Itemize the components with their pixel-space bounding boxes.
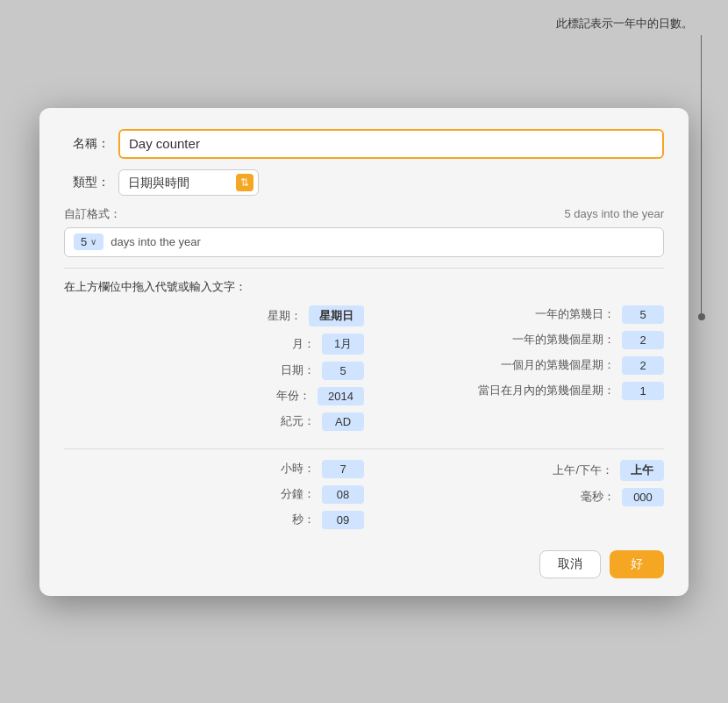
date-field-left: 日期： 5 [64,362,364,380]
time-fields-left: 小時： 7 分鐘： 08 秒： 09 [64,460,364,536]
field-label: 秒： [292,512,315,527]
fields-right: 一年的第幾日： 5 一年的第幾個星期： 2 一個月的第幾個星期： 2 當日在月內… [364,305,664,438]
annotation-line [701,35,702,316]
date-fields-container: 星期： 星期日 月： 1月 日期： 5 年份： 2014 紀元： AD 一年的第… [64,305,664,438]
date-field-left: 紀元： AD [64,412,364,431]
time-fields-container: 小時： 7 分鐘： 08 秒： 09 上午/下午： 上午 毫秒： 000 [64,460,664,536]
field-label: 毫秒： [581,489,615,505]
field-label: 日期： [281,362,315,378]
time-field-right: 毫秒： 000 [364,488,664,506]
date-field-left: 星期： 星期日 [64,305,364,326]
field-value[interactable]: 09 [322,511,364,529]
field-value[interactable]: 1 [622,382,664,400]
field-value[interactable]: 2 [622,331,664,349]
field-label: 一個月的第幾個星期： [501,357,615,373]
name-label: 名稱： [64,136,110,152]
field-label: 月： [292,336,315,352]
format-text: days into the year [111,235,201,248]
format-token-value: 5 [81,235,87,248]
field-label: 一年的第幾個星期： [512,332,615,348]
date-field-right: 一個月的第幾個星期： 2 [364,356,664,375]
field-value[interactable]: 2 [622,356,664,375]
field-value[interactable]: 000 [622,488,664,506]
field-label: 當日在月內的第幾個星期： [478,383,615,398]
field-label: 一年的第幾日： [535,306,615,322]
type-row: 類型： 日期與時間 ⇅ [64,169,664,196]
time-field-left: 分鐘： 08 [64,485,364,504]
field-value[interactable]: 5 [322,362,364,380]
field-label: 年份： [276,388,310,404]
date-field-right: 一年的第幾個星期： 2 [364,331,664,349]
field-value[interactable]: 2014 [318,387,364,405]
date-field-right: 當日在月內的第幾個星期： 1 [364,382,664,400]
time-fields-right: 上午/下午： 上午 毫秒： 000 [364,460,664,536]
field-value[interactable]: 上午 [620,460,664,481]
name-input[interactable] [118,129,664,159]
type-select-wrapper: 日期與時間 ⇅ [118,169,259,196]
format-bar: 5 ∨ days into the year [64,227,664,257]
field-value[interactable]: 7 [322,460,364,478]
fields-left: 星期： 星期日 月： 1月 日期： 5 年份： 2014 紀元： AD [64,305,364,438]
field-label: 上午/下午： [553,463,613,478]
cancel-button[interactable]: 取消 [539,550,601,578]
field-label: 紀元： [281,413,315,429]
date-field-right: 一年的第幾日： 5 [364,305,664,324]
field-value[interactable]: 08 [322,485,364,504]
format-token-arrow-icon: ∨ [90,237,96,247]
annotation-text: 此標記表示一年中的日數。 [556,16,693,32]
drag-instruction: 在上方欄位中拖入代號或輸入文字： [64,279,664,295]
divider-2 [64,448,664,449]
field-value[interactable]: 星期日 [309,305,364,326]
field-value[interactable]: AD [322,412,364,431]
date-field-left: 年份： 2014 [64,387,364,405]
time-field-left: 小時： 7 [64,460,364,478]
field-value[interactable]: 5 [622,305,664,324]
field-label: 星期： [268,308,302,324]
time-field-right: 上午/下午： 上午 [364,460,664,481]
time-field-left: 秒： 09 [64,511,364,529]
custom-format-header: 自訂格式： 5 days into the year [64,206,664,222]
format-token[interactable]: 5 ∨ [74,233,103,250]
dialog: 名稱： 類型： 日期與時間 ⇅ 自訂格式： 5 days into the ye… [39,108,689,596]
custom-format-section: 自訂格式： 5 days into the year 5 ∨ days into… [64,206,664,257]
ok-button[interactable]: 好 [610,550,664,578]
date-field-left: 月： 1月 [64,334,364,355]
custom-format-label: 自訂格式： [64,206,121,222]
field-value[interactable]: 1月 [322,334,364,355]
name-row: 名稱： [64,129,664,159]
custom-format-preview: 5 days into the year [565,207,664,220]
divider-1 [64,268,664,269]
type-label: 類型： [64,175,110,190]
annotation-dot [698,313,705,320]
button-row: 取消 好 [64,550,664,578]
type-select[interactable]: 日期與時間 [118,169,259,196]
time-section: 小時： 7 分鐘： 08 秒： 09 上午/下午： 上午 毫秒： 000 [64,460,664,536]
field-label: 分鐘： [281,486,315,502]
field-label: 小時： [281,461,315,477]
